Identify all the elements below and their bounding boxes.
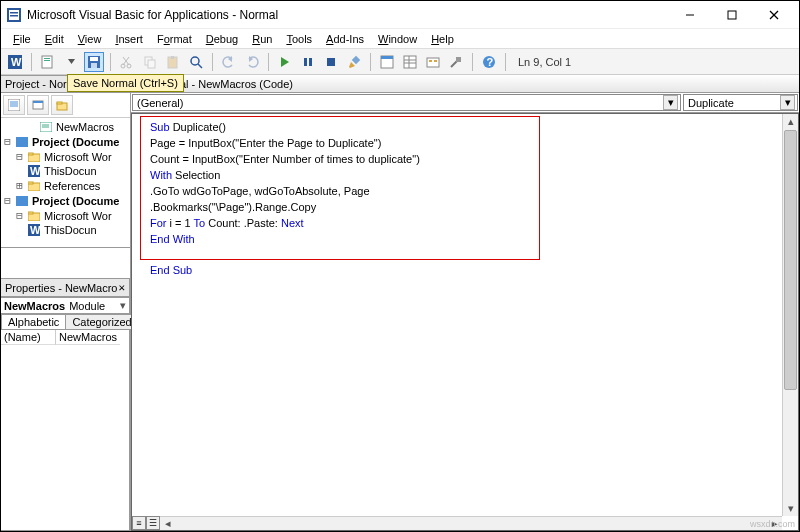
dropdown-arrow-icon[interactable]: ▾ [780, 95, 795, 110]
properties-button[interactable] [400, 52, 420, 72]
svg-rect-41 [427, 58, 439, 67]
view-code-button[interactable] [3, 95, 25, 115]
paste-button[interactable] [163, 52, 183, 72]
menu-window[interactable]: Window [372, 31, 423, 47]
svg-rect-16 [91, 63, 97, 68]
separator [472, 53, 473, 71]
close-button[interactable] [753, 2, 795, 28]
minimize-button[interactable] [669, 2, 711, 28]
collapse-icon[interactable]: ⊟ [3, 194, 12, 207]
menu-edit[interactable]: Edit [39, 31, 70, 47]
dropdown-arrow-icon[interactable]: ▾ [663, 95, 678, 110]
horizontal-scrollbar[interactable]: ◂ ▸ [160, 516, 782, 530]
code-editor[interactable]: Sub Duplicate() Page = InputBox("Enter t… [131, 113, 799, 531]
collapse-icon[interactable]: ⊟ [15, 150, 24, 163]
menu-format[interactable]: Format [151, 31, 198, 47]
menu-tools[interactable]: Tools [280, 31, 318, 47]
svg-rect-34 [352, 55, 360, 63]
break-button[interactable] [298, 52, 318, 72]
svg-rect-37 [404, 56, 416, 68]
tree-folder-word-1[interactable]: ⊟Microsoft Wor [3, 149, 128, 164]
property-row[interactable]: (Name) NewMacros [1, 330, 129, 345]
scroll-thumb[interactable] [784, 130, 797, 390]
svg-rect-53 [33, 101, 43, 103]
run-button[interactable] [275, 52, 295, 72]
project-toolbar [1, 93, 130, 118]
undo-button[interactable] [219, 52, 239, 72]
menu-debug[interactable]: Debug [200, 31, 244, 47]
project-tree[interactable]: NewMacros ⊟Project (Docume ⊟Microsoft Wo… [1, 118, 130, 248]
reset-button[interactable] [321, 52, 341, 72]
tab-categorized[interactable]: Categorized [65, 314, 138, 329]
svg-rect-11 [44, 58, 50, 59]
svg-rect-5 [728, 11, 736, 19]
menu-run[interactable]: Run [246, 31, 278, 47]
collapse-icon[interactable]: ⊟ [15, 209, 24, 222]
full-module-view-button[interactable]: ☰ [146, 516, 160, 530]
find-button[interactable] [186, 52, 206, 72]
window-title: Microsoft Visual Basic for Applications … [27, 8, 278, 22]
svg-marker-29 [281, 57, 289, 67]
svg-text:W: W [30, 165, 40, 177]
view-object-button[interactable] [27, 95, 49, 115]
dropdown-icon[interactable]: ▾ [120, 299, 126, 312]
maximize-button[interactable] [711, 2, 753, 28]
svg-rect-2 [10, 12, 18, 14]
separator [110, 53, 111, 71]
tree-project-2[interactable]: ⊟Project (Docume [3, 193, 128, 208]
svg-marker-33 [349, 62, 355, 68]
dropdown-arrow[interactable] [61, 52, 81, 72]
tree-folder-word-2[interactable]: ⊟Microsoft Wor [3, 208, 128, 223]
properties-close-icon[interactable]: ✕ [118, 281, 125, 294]
vertical-scrollbar[interactable]: ▴ ▾ [782, 114, 798, 516]
scroll-up-icon[interactable]: ▴ [783, 114, 798, 129]
tree-project-1[interactable]: ⊟Project (Docume [3, 134, 128, 149]
tooltip: Save Normal (Ctrl+S) [67, 74, 184, 92]
tree-folder-refs[interactable]: ⊞References [3, 178, 128, 193]
collapse-icon[interactable]: ⊟ [3, 135, 12, 148]
properties-object-selector[interactable]: NewMacros Module ▾ [1, 297, 130, 314]
scroll-left-icon[interactable]: ◂ [160, 517, 175, 530]
svg-line-26 [198, 64, 202, 68]
tree-thisdoc-2[interactable]: WThisDocun [3, 223, 128, 237]
procedure-view-button[interactable]: ≡ [132, 516, 146, 530]
separator [370, 53, 371, 71]
project-explorer-button[interactable] [377, 52, 397, 72]
property-value[interactable]: NewMacros [56, 330, 120, 345]
menu-view[interactable]: View [72, 31, 108, 47]
project-panel-label: Project - Norm [5, 78, 76, 90]
svg-marker-13 [68, 59, 75, 64]
procedure-dropdown[interactable]: Duplicate ▾ [683, 94, 798, 111]
svg-rect-66 [16, 196, 28, 206]
tree-module-newmacros[interactable]: NewMacros [3, 120, 128, 134]
menu-insert[interactable]: Insert [109, 31, 149, 47]
folder-icon [27, 210, 41, 222]
copy-button[interactable] [140, 52, 160, 72]
view-word-button[interactable]: W [5, 52, 25, 72]
word-doc-icon: W [27, 165, 41, 177]
tab-alphabetic[interactable]: Alphabetic [1, 314, 66, 329]
expand-icon[interactable]: ⊞ [15, 179, 24, 192]
insert-module-button[interactable] [38, 52, 58, 72]
svg-rect-15 [90, 57, 98, 61]
menu-help[interactable]: Help [425, 31, 460, 47]
menu-file[interactable]: File [7, 31, 37, 47]
scroll-down-icon[interactable]: ▾ [783, 501, 798, 516]
design-mode-button[interactable] [344, 52, 364, 72]
object-browser-button[interactable] [423, 52, 443, 72]
code-text[interactable]: Sub Duplicate() Page = InputBox("Enter t… [150, 120, 420, 279]
save-button[interactable] [84, 52, 104, 72]
toggle-folders-button[interactable] [51, 95, 73, 115]
tree-thisdoc-1[interactable]: WThisDocun [3, 164, 128, 178]
cut-button[interactable] [117, 52, 137, 72]
toolbox-button[interactable] [446, 52, 466, 72]
svg-rect-43 [434, 60, 437, 62]
property-key: (Name) [1, 330, 56, 345]
object-dropdown[interactable]: (General) ▾ [132, 94, 681, 111]
svg-rect-30 [304, 58, 307, 66]
menu-addins[interactable]: Add-Ins [320, 31, 370, 47]
properties-grid[interactable]: (Name) NewMacros [1, 329, 130, 531]
help-button[interactable]: ? [479, 52, 499, 72]
properties-panel-label: Properties - NewMacro [5, 282, 117, 294]
redo-button[interactable] [242, 52, 262, 72]
